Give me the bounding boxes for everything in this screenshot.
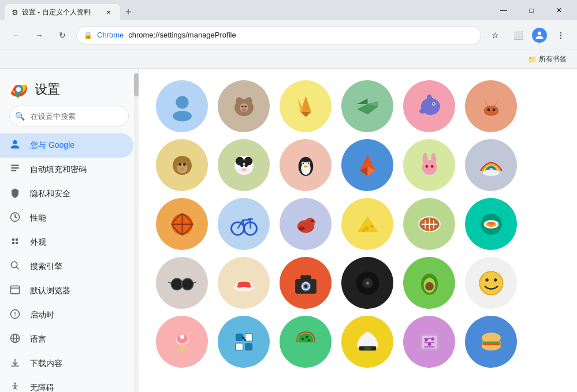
svg-point-90: [171, 278, 183, 290]
sidebar-header: 设置: [0, 69, 138, 106]
main-container: 设置 🔍 您与 Google 自动填充和密码: [0, 69, 577, 392]
sidebar-item-startup[interactable]: 启动时: [0, 303, 133, 327]
avatar-fox-origami[interactable]: [280, 80, 332, 132]
avatar-icecream[interactable]: [156, 316, 208, 368]
svg-point-81: [364, 226, 368, 230]
svg-point-23: [241, 105, 243, 107]
svg-point-45: [178, 163, 181, 166]
tab-close-button[interactable]: ✕: [104, 8, 113, 17]
svg-marker-114: [179, 345, 185, 354]
svg-point-108: [425, 282, 434, 290]
svg-rect-130: [424, 338, 434, 339]
avatar-fox-origami2[interactable]: [341, 139, 393, 191]
avatar-panda[interactable]: [218, 139, 270, 191]
sidebar-item-autofill[interactable]: 自动填充和密码: [0, 158, 133, 182]
chrome-logo-icon: [9, 80, 28, 99]
new-tab-button[interactable]: +: [120, 4, 136, 20]
avatar-avocado[interactable]: [403, 257, 455, 309]
avatar-bird[interactable]: [280, 198, 332, 250]
sidebar-item-search[interactable]: 搜索引擎: [0, 255, 133, 279]
address-lock-icon: 🔒: [84, 31, 92, 39]
sidebar-item-privacy[interactable]: 隐私和安全: [0, 182, 133, 206]
active-tab[interactable]: ⚙ 设置 - 自定义个人资料 ✕: [5, 4, 120, 20]
svg-point-70: [427, 169, 431, 171]
avatar-pizza[interactable]: [403, 316, 455, 368]
settings-nav: 您与 Google 自动填充和密码 隐私和安全 性能: [0, 133, 138, 392]
sidebar-item-accessibility[interactable]: 无障碍: [0, 376, 133, 392]
performance-nav-icon: [9, 212, 21, 225]
avatar-camera[interactable]: [280, 257, 332, 309]
autofill-nav-icon: [9, 163, 21, 176]
avatar-dog[interactable]: [218, 80, 270, 132]
close-window-button[interactable]: ✕: [546, 0, 572, 20]
svg-point-16: [14, 383, 16, 384]
avatar-rice-ball[interactable]: [341, 316, 393, 368]
maximize-button[interactable]: □: [518, 0, 545, 20]
avatar-rabbit[interactable]: [403, 139, 455, 191]
sidebar-button[interactable]: ⬜: [509, 26, 527, 44]
avatar-person[interactable]: [156, 80, 208, 132]
forward-button[interactable]: →: [30, 26, 49, 44]
content-area: [139, 69, 577, 392]
svg-point-9: [12, 242, 15, 245]
sidebar-item-appearance[interactable]: 外观: [0, 230, 133, 255]
svg-point-105: [366, 282, 368, 284]
avatar-football[interactable]: [403, 198, 455, 250]
avatar-sushi-plate[interactable]: [465, 198, 517, 250]
svg-rect-132: [424, 346, 434, 347]
tab-favicon: ⚙: [12, 8, 18, 17]
svg-rect-3: [11, 165, 19, 166]
svg-point-60: [307, 162, 309, 164]
svg-rect-118: [235, 343, 243, 350]
avatar-elephant[interactable]: [403, 80, 455, 132]
svg-point-110: [485, 278, 489, 282]
svg-point-79: [298, 226, 304, 230]
menu-button[interactable]: ⋮: [552, 26, 570, 44]
sidebar-item-language[interactable]: 语言: [0, 327, 133, 352]
svg-point-115: [180, 334, 184, 338]
avatar-puzzle[interactable]: [218, 316, 270, 368]
svg-point-2: [16, 87, 21, 92]
avatar-basketball[interactable]: [156, 198, 208, 250]
svg-point-96: [245, 285, 251, 288]
sidebar-scrollbar-thumb[interactable]: [134, 73, 139, 96]
avatar-smiley[interactable]: [465, 257, 517, 309]
bookmark-button[interactable]: ☆: [486, 26, 504, 44]
avatar-rainbow[interactable]: [465, 139, 517, 191]
settings-search-box[interactable]: 🔍: [9, 106, 129, 126]
avatar-sunglasses[interactable]: [156, 257, 208, 309]
avatar-cheese[interactable]: [341, 198, 393, 250]
address-bar[interactable]: 🔒 Chrome chrome://settings/manageProfile: [76, 26, 481, 44]
avatar-watermelon[interactable]: [280, 316, 332, 368]
avatar-sandwich[interactable]: [465, 316, 517, 368]
avatar-croc-origami[interactable]: [341, 80, 393, 132]
avatar-bicycle[interactable]: [218, 198, 270, 250]
all-bookmarks-item[interactable]: 📁 所有书签: [524, 53, 570, 65]
svg-point-111: [494, 278, 497, 282]
sidebar-item-accessibility-label: 无障碍: [30, 383, 54, 392]
minimize-button[interactable]: —: [490, 0, 517, 20]
avatar-vinyl[interactable]: [341, 257, 393, 309]
svg-rect-12: [11, 286, 20, 294]
svg-rect-4: [11, 167, 19, 169]
avatar-sushi[interactable]: [218, 257, 270, 309]
sidebar-item-google-label: 您与 Google: [30, 140, 75, 151]
sidebar-item-appearance-label: 外观: [30, 237, 46, 248]
sidebar-item-browser[interactable]: 默认浏览器: [0, 279, 133, 303]
svg-point-59: [302, 162, 304, 164]
refresh-button[interactable]: ↻: [53, 26, 72, 44]
sidebar-item-performance[interactable]: 性能: [0, 206, 133, 230]
navbar: ← → ↻ 🔒 Chrome chrome://settings/manageP…: [0, 20, 577, 50]
svg-point-17: [176, 96, 188, 109]
avatar-fox[interactable]: [465, 80, 517, 132]
avatar-monkey[interactable]: [156, 139, 208, 191]
svg-point-71: [482, 169, 499, 176]
sidebar-item-google[interactable]: 您与 Google: [0, 133, 133, 158]
sidebar-item-download[interactable]: 下载内容: [0, 352, 133, 376]
settings-search-input[interactable]: [9, 106, 129, 126]
svg-point-10: [16, 242, 18, 245]
svg-rect-117: [245, 333, 252, 341]
back-button[interactable]: ←: [7, 26, 25, 44]
profile-avatar[interactable]: [532, 28, 547, 43]
avatar-penguin[interactable]: [280, 139, 332, 191]
